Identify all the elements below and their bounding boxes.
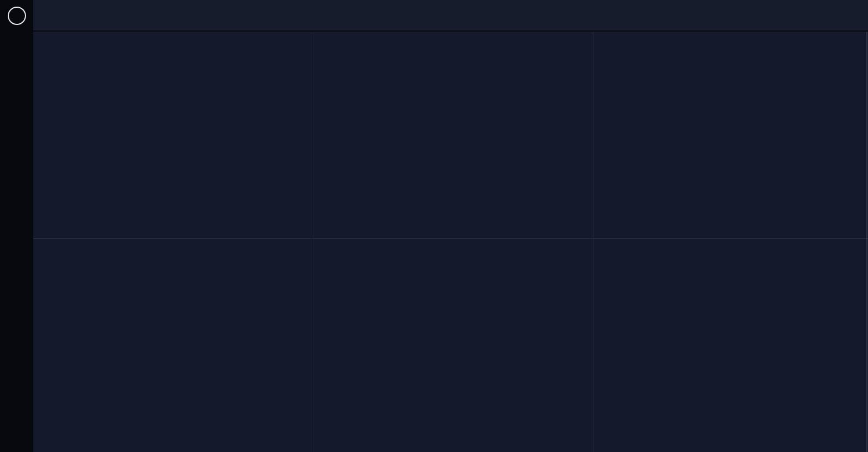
progress-bar-chart xyxy=(593,32,868,238)
cost-column-chart xyxy=(313,239,593,452)
app-logo[interactable] xyxy=(0,0,33,32)
scrollbar[interactable] xyxy=(866,32,867,452)
time-bar-chart xyxy=(33,239,313,452)
panel-time xyxy=(33,239,313,452)
sidebar xyxy=(0,0,33,452)
pm-logo-icon xyxy=(8,7,26,25)
panel-cost xyxy=(313,239,593,452)
tasks-donut-chart xyxy=(313,32,593,238)
top-bar xyxy=(33,0,868,32)
panel-progress xyxy=(593,32,868,238)
workload-bar-chart xyxy=(593,239,868,452)
dashboard-grid xyxy=(33,32,868,452)
panel-tasks xyxy=(313,32,593,238)
panel-workload xyxy=(593,239,868,452)
panel-health xyxy=(33,32,313,238)
